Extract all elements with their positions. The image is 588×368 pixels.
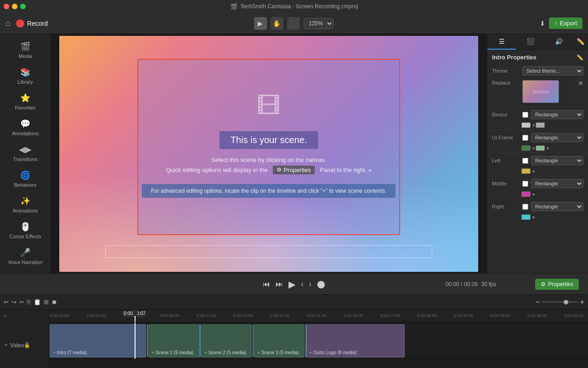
home-icon[interactable]: ⌂ bbox=[6, 18, 11, 28]
undo-button[interactable]: ↩ bbox=[4, 299, 9, 305]
zoom-thumb[interactable] bbox=[564, 300, 568, 305]
download-icon[interactable]: ⬇ bbox=[540, 20, 545, 27]
sidebar-item-audio-effects[interactable]: 🔊 Audio Effects bbox=[5, 270, 46, 273]
left-shape-select[interactable]: Rectangle bbox=[531, 156, 583, 165]
left-color-arrow[interactable]: ▾ bbox=[532, 169, 535, 174]
sidebar-item-media[interactable]: 🎬 Media bbox=[5, 38, 46, 63]
select-tool-button[interactable]: ▶ bbox=[254, 17, 267, 30]
theme-select[interactable]: Select theme... bbox=[522, 66, 583, 75]
middle-checkbox[interactable] bbox=[522, 181, 528, 187]
sidebar: 🎬 Media 📚 Library ⭐ Favorites 💬 Annotati… bbox=[0, 34, 51, 273]
sidebar-item-favorites[interactable]: ⭐ Favorites bbox=[5, 89, 46, 114]
ui-frame-color-swatch1[interactable] bbox=[521, 145, 531, 151]
middle-color-arrow[interactable]: ▾ bbox=[532, 192, 535, 197]
minimize-button[interactable] bbox=[12, 4, 17, 9]
redo-button[interactable]: ↪ bbox=[11, 299, 17, 305]
clip-scene3[interactable]: + Scene 3 (5 media) bbox=[254, 324, 305, 357]
ui-frame-label: UI Frame bbox=[492, 135, 520, 140]
zoom-plus-icon[interactable]: + bbox=[580, 298, 584, 306]
record-button[interactable]: Record bbox=[16, 19, 48, 28]
device-color-swatch1[interactable] bbox=[521, 122, 531, 128]
timeline-area: ↩ ↪ ✂ ⎘ 📋 ⊞ ⏺ − + + ▼ Video 🔓 bbox=[0, 294, 588, 368]
track-chevron-icon[interactable]: ▼ bbox=[4, 343, 8, 348]
tab-properties[interactable]: ☰ bbox=[487, 34, 516, 50]
marker-button[interactable]: ⬤ bbox=[317, 280, 325, 288]
clip-intro[interactable]: + Intro (7 media) bbox=[50, 324, 146, 357]
prop-edit-icon[interactable]: ✏️ bbox=[577, 54, 583, 61]
crop-tool-button[interactable]: ⬛ bbox=[287, 17, 300, 30]
right-color-swatch1[interactable] bbox=[521, 214, 531, 220]
copy-button[interactable]: ⎘ bbox=[27, 299, 31, 305]
middle-shape-select[interactable]: Rectangle bbox=[531, 179, 583, 188]
replace-close-icon[interactable]: ✕ bbox=[578, 80, 583, 86]
cursor-effects-icon: 🖱️ bbox=[20, 222, 30, 232]
sidebar-item-animations[interactable]: ✨ Animations bbox=[5, 192, 46, 217]
device-checkbox[interactable] bbox=[522, 112, 528, 118]
ui-frame-shape-select[interactable]: Rectangle bbox=[531, 133, 583, 142]
sidebar-item-transitions[interactable]: ◀▶ Transitions bbox=[5, 141, 46, 166]
paste-button[interactable]: 📋 bbox=[34, 299, 41, 305]
right-color-arrow[interactable]: ▾ bbox=[532, 215, 535, 220]
timeline-tracks[interactable]: + Intro (7 media) + Scene 1 (5 media) + bbox=[50, 322, 588, 368]
clip-outro-logo[interactable]: + Outro Logo (8 media) bbox=[306, 324, 405, 357]
track-lock-button[interactable]: 🔓 bbox=[24, 342, 30, 348]
sidebar-item-voice-narration[interactable]: 🎤 Voice Narration bbox=[5, 244, 46, 269]
cut-button[interactable]: ✂ bbox=[19, 299, 24, 305]
right-checkbox[interactable] bbox=[522, 204, 528, 210]
timeline-playhead[interactable] bbox=[135, 310, 136, 322]
step-back-button[interactable]: ⏭ bbox=[276, 280, 283, 288]
prop-tab-edit-icon[interactable]: ✏️ bbox=[573, 34, 588, 50]
rewind-button[interactable]: ⏮ bbox=[263, 280, 270, 288]
sidebar-item-cursor-effects[interactable]: 🖱️ Cursor Effects bbox=[5, 218, 46, 243]
maximize-button[interactable] bbox=[20, 4, 26, 9]
device-color-group: ▾ bbox=[521, 122, 546, 128]
close-button[interactable] bbox=[4, 4, 9, 9]
timeline-ruler[interactable]: 0:00:00:00 0:00:03:00 0:00:06:00 0:00:09… bbox=[50, 310, 588, 322]
main-area: 🎬 Media 📚 Library ⭐ Favorites 💬 Annotati… bbox=[0, 34, 588, 273]
annotations-icon: 💬 bbox=[20, 119, 30, 129]
tab-canvas[interactable]: ⬛ bbox=[516, 34, 544, 50]
track-label-main: ▼ Video 🔓 bbox=[0, 322, 49, 368]
ui-frame-color-arrow2[interactable]: ▾ bbox=[547, 146, 549, 151]
theme-label: Theme bbox=[492, 68, 520, 74]
ruler-time-7: 0:00:21:00 bbox=[307, 313, 327, 318]
sidebar-item-library[interactable]: 📚 Library bbox=[5, 63, 46, 88]
right-color-group: ▾ bbox=[521, 214, 535, 220]
separator5 bbox=[487, 199, 588, 199]
properties-button[interactable]: ⚙ Properties bbox=[535, 279, 579, 290]
play-button[interactable]: ▶ bbox=[288, 279, 295, 290]
clip-scene1[interactable]: + Scene 1 (5 media) bbox=[148, 324, 200, 357]
zoom-track[interactable] bbox=[542, 301, 578, 303]
device-color-swatch2[interactable] bbox=[536, 122, 545, 128]
sidebar-item-label: Voice Narration bbox=[8, 259, 42, 265]
prev-frame-button[interactable]: ‹ bbox=[301, 280, 303, 288]
group-button[interactable]: ⊞ bbox=[44, 299, 49, 305]
next-frame-button[interactable]: › bbox=[309, 280, 311, 288]
left-color-swatch1[interactable] bbox=[521, 168, 531, 174]
track-add-icon[interactable]: + bbox=[4, 313, 6, 318]
tab-audio[interactable]: 🔊 bbox=[544, 34, 573, 50]
export-button[interactable]: ↑ Export bbox=[549, 17, 582, 29]
canvas-preview[interactable]: 🎞 This is your scene. Select this scene … bbox=[59, 36, 478, 272]
replace-thumbnail[interactable]: preview bbox=[522, 80, 559, 103]
device-shape-select[interactable]: Rectangle bbox=[531, 110, 583, 119]
zoom-slider[interactable]: − + bbox=[535, 298, 584, 306]
zoom-select[interactable]: 125% 100% 75% 50% bbox=[304, 18, 334, 29]
canvas-area[interactable]: 🎞 This is your scene. Select this scene … bbox=[51, 34, 487, 273]
ui-frame-color-swatch2[interactable] bbox=[536, 145, 545, 151]
middle-color-swatch1[interactable] bbox=[521, 191, 531, 197]
record-btn[interactable]: ⏺ bbox=[51, 299, 57, 305]
scene-selection-box[interactable]: 🎞 This is your scene. Select this scene … bbox=[137, 59, 400, 235]
ruler-time-11: 0:00:33:00 bbox=[454, 313, 474, 318]
ui-frame-color-arrow1[interactable]: ▾ bbox=[532, 146, 535, 151]
zoom-minus-icon[interactable]: − bbox=[535, 298, 539, 306]
hand-tool-button[interactable]: ✋ bbox=[271, 17, 283, 30]
left-checkbox[interactable] bbox=[522, 158, 528, 164]
device-color-arrow[interactable]: ▾ bbox=[532, 123, 535, 128]
time-separator: / bbox=[461, 281, 464, 288]
ui-frame-checkbox[interactable] bbox=[522, 135, 528, 141]
sidebar-item-behaviors[interactable]: 🌀 Behaviors bbox=[5, 167, 46, 191]
sidebar-item-annotations[interactable]: 💬 Annotations bbox=[5, 115, 46, 140]
right-shape-select[interactable]: Rectangle bbox=[531, 202, 583, 211]
clip-scene2[interactable]: + Scene 2 (5 media) bbox=[201, 324, 252, 357]
